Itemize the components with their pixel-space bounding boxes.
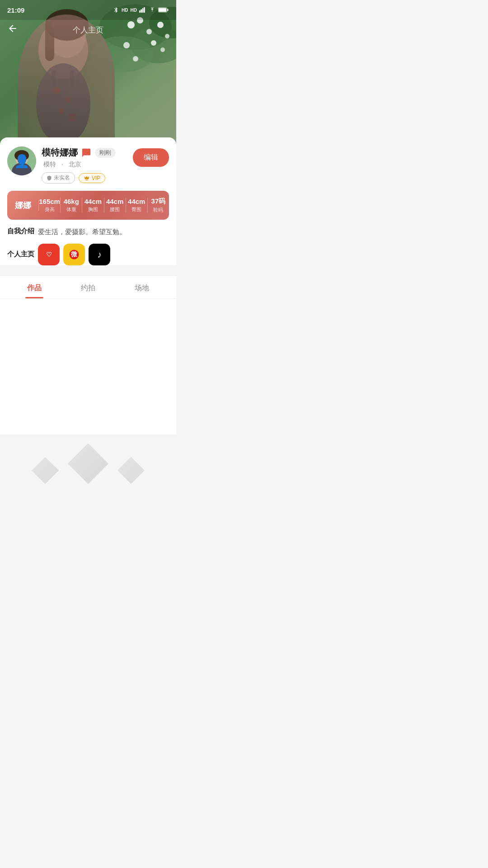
battery-icon xyxy=(158,7,169,13)
badge-row: 未实名 VIP xyxy=(42,172,127,184)
bio-text: 爱生活，爱摄影。希望互勉。 xyxy=(38,227,126,237)
svg-point-25 xyxy=(36,63,90,145)
tabs-container: 作品 约拍 场地 xyxy=(0,276,176,299)
status-bar: 21:09 HD HD xyxy=(0,0,176,20)
svg-point-26 xyxy=(53,87,60,94)
svg-point-20 xyxy=(133,56,138,61)
message-icon[interactable] xyxy=(81,148,91,158)
bio-label: 自我介绍 xyxy=(7,227,34,236)
svg-point-18 xyxy=(123,42,130,48)
svg-point-29 xyxy=(69,114,76,121)
profile-info: 模特娜娜 刚刚 模特 · 北京 未实名 xyxy=(42,146,127,184)
back-button[interactable] xyxy=(7,23,18,37)
bottom-decoration xyxy=(0,434,176,489)
stats-height: 165cm 身高 xyxy=(39,198,61,213)
svg-text:♡: ♡ xyxy=(46,251,52,258)
bio-section: 自我介绍 爱生活，爱摄影。希望互勉。 xyxy=(7,227,169,237)
status-icons: HD HD xyxy=(113,7,169,13)
svg-point-17 xyxy=(151,40,156,46)
svg-point-33 xyxy=(15,151,28,165)
status-time: 21:09 xyxy=(7,6,24,14)
edit-button[interactable]: 编辑 xyxy=(133,148,169,167)
wifi-icon xyxy=(149,7,156,13)
tab-booking[interactable]: 约拍 xyxy=(61,276,115,298)
svg-rect-6 xyxy=(167,9,169,11)
tabs-row: 作品 约拍 场地 xyxy=(0,276,176,299)
svg-rect-3 xyxy=(144,7,145,13)
section-divider xyxy=(0,273,176,276)
unverified-badge: 未实名 xyxy=(42,172,75,184)
svg-point-28 xyxy=(58,108,64,113)
stats-bar: 娜娜 165cm 身高 46kg 体重 44cm 胸围 44cm 腰围 44cm… xyxy=(7,191,169,220)
weibo-platform-icon[interactable]: 微 xyxy=(63,244,85,265)
svg-point-19 xyxy=(160,47,165,52)
tab-venue[interactable]: 场地 xyxy=(115,276,169,298)
hd1-icon: HD xyxy=(122,8,128,13)
svg-text:微: 微 xyxy=(70,250,78,258)
header-bar: 个人主页 xyxy=(0,20,176,40)
tiktok-platform-icon[interactable]: ♪ xyxy=(89,244,110,265)
profile-header: 模特娜娜 刚刚 模特 · 北京 未实名 xyxy=(7,146,169,184)
svg-rect-31 xyxy=(70,70,74,88)
stats-chest: 44cm 胸围 xyxy=(82,198,104,213)
profile-card: 模特娜娜 刚刚 模特 · 北京 未实名 xyxy=(0,137,176,265)
svg-point-10 xyxy=(90,36,154,72)
avatar[interactable] xyxy=(7,146,36,175)
profile-name-row: 模特娜娜 刚刚 xyxy=(42,146,127,159)
time-badge: 刚刚 xyxy=(95,148,116,158)
stats-hip: 44cm 臀围 xyxy=(126,198,148,213)
red-platform-icon[interactable]: ♡ xyxy=(38,244,60,265)
svg-text:♪: ♪ xyxy=(97,250,102,259)
vip-badge: VIP xyxy=(79,173,105,183)
tab-content-area xyxy=(0,299,176,434)
profile-role: 模特 · 北京 xyxy=(42,160,127,169)
social-label: 个人主页 xyxy=(7,250,34,259)
svg-rect-1 xyxy=(141,9,142,13)
deco-diamond-right xyxy=(117,457,145,484)
svg-rect-0 xyxy=(139,10,141,13)
header-title: 个人主页 xyxy=(73,25,103,35)
stats-waist: 44cm 腰围 xyxy=(104,198,126,213)
hd2-icon: HD xyxy=(131,8,137,13)
stats-shoe: 37码 鞋码 xyxy=(148,197,169,213)
svg-rect-5 xyxy=(159,8,166,11)
stats-weight: 46kg 体重 xyxy=(61,198,82,213)
deco-diamond-left xyxy=(32,457,59,484)
svg-rect-2 xyxy=(142,8,144,13)
profile-name: 模特娜娜 xyxy=(42,146,78,159)
deco-diamond-center xyxy=(68,443,108,484)
tab-works[interactable]: 作品 xyxy=(7,276,61,298)
svg-point-27 xyxy=(65,96,71,103)
bluetooth-icon xyxy=(113,7,119,13)
signal-icon xyxy=(139,7,146,13)
svg-point-34 xyxy=(14,150,29,161)
social-section: 个人主页 ♡ 微 ♪ xyxy=(7,244,169,265)
stats-name: 娜娜 xyxy=(7,200,39,211)
svg-point-35 xyxy=(12,163,32,175)
svg-rect-30 xyxy=(52,70,56,88)
